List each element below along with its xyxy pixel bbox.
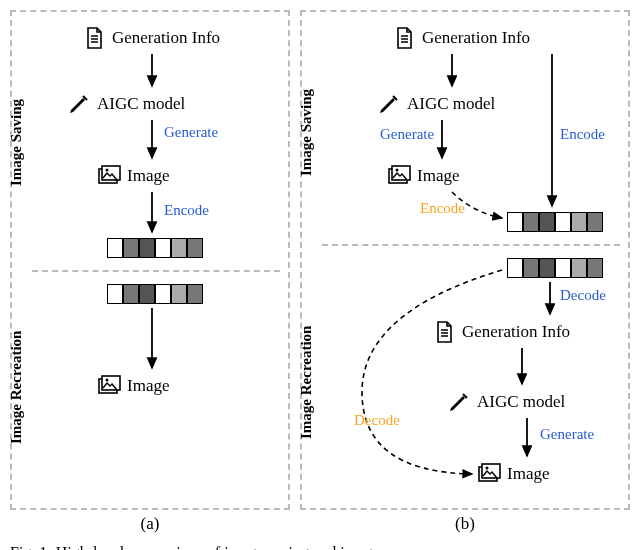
edge-label-encode-solid: Encode [560,126,605,143]
edge-label-decode-top: Decode [560,287,606,304]
panel-a: Image Saving Image Recreation Generation… [10,10,290,510]
edge-label-generate: Generate [164,124,218,141]
edge-label-encode-dashed: Encode [420,200,465,217]
panel-b-caption: (b) [302,514,628,534]
edge-label-decode-dashed: Decode [354,412,400,429]
edge-label-generate-bot: Generate [540,426,594,443]
panel-a-caption: (a) [12,514,288,534]
edge-label-generate-top: Generate [380,126,434,143]
figure-container: Image Saving Image Recreation Generation… [10,10,630,510]
panel-b: Image Saving Image Recreation Generation… [300,10,630,510]
figure-caption: Fig. 1: High-level comparison of image s… [10,544,630,550]
arrows-a [12,12,292,512]
edge-label-encode: Encode [164,202,209,219]
